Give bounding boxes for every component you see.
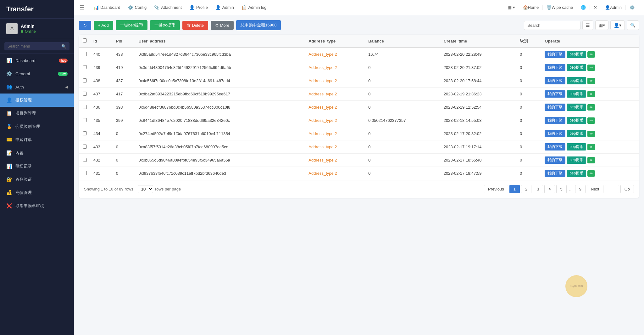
sidebar-item-access-mgmt[interactable]: 👤 授权管理: [0, 94, 74, 107]
row-checkbox[interactable]: [83, 105, 87, 109]
add-button[interactable]: + Add: [94, 21, 113, 30]
edit-button[interactable]: ✏: [587, 51, 595, 58]
go-input[interactable]: [605, 185, 619, 193]
per-page-select[interactable]: 10 25 50: [138, 185, 153, 193]
edit-button[interactable]: ✏: [587, 78, 595, 84]
bep-withdraw-button[interactable]: bep提币: [567, 170, 586, 177]
sidebar-item-auth[interactable]: 👥 Auth ◀: [0, 80, 74, 94]
bep-withdraw-button[interactable]: bep提币: [567, 130, 586, 137]
cell-user-address: 0x3dfdd48004754c825f4492291712566c994d6a…: [136, 61, 306, 74]
next-button[interactable]: Next: [587, 185, 603, 193]
my-downline-button[interactable]: 我的下级: [545, 77, 565, 84]
edit-button[interactable]: ✏: [587, 157, 595, 163]
sidebar-item-member-mgmt[interactable]: 🏅 会员级别管理: [0, 120, 74, 133]
edit-button[interactable]: ✏: [587, 91, 595, 97]
search-button[interactable]: 🔍: [627, 20, 639, 30]
my-downline-button[interactable]: 我的下级: [545, 117, 565, 124]
sidebar-item-records[interactable]: 📊 明细记录: [0, 160, 74, 173]
row-checkbox[interactable]: [83, 78, 87, 82]
my-downline-button[interactable]: 我的下级: [545, 64, 565, 71]
bep-withdraw-button[interactable]: bep提币: [567, 117, 586, 124]
row-checkbox[interactable]: [83, 92, 87, 96]
delete-button[interactable]: 🗑 Delete: [182, 21, 208, 30]
my-downline-button[interactable]: 我的下级: [545, 51, 565, 58]
sidebar-item-label: 会员级别管理: [15, 124, 40, 129]
search-input[interactable]: [524, 21, 580, 30]
edit-button[interactable]: ✏: [587, 170, 595, 177]
bep-button[interactable]: 一键bep提币: [116, 20, 148, 30]
select-all-checkbox[interactable]: [83, 38, 87, 43]
trc-button[interactable]: 一键trc提币: [150, 20, 180, 30]
edit-button[interactable]: ✏: [587, 131, 595, 137]
bep-withdraw-button[interactable]: bep提币: [567, 51, 586, 58]
previous-button[interactable]: Previous: [484, 185, 508, 193]
refresh-button[interactable]: ↻: [79, 21, 91, 30]
topnav-config[interactable]: ⚙️Config: [124, 0, 151, 15]
page-1-button[interactable]: 1: [509, 185, 520, 193]
bep-withdraw-button[interactable]: bep提币: [567, 77, 586, 84]
search-menu-input[interactable]: [4, 42, 69, 50]
topnav-admin-log[interactable]: 📋Admin log: [238, 0, 270, 15]
page-9-button[interactable]: 9: [575, 185, 586, 193]
my-downline-button[interactable]: 我的下级: [545, 156, 565, 164]
topnav-attachment[interactable]: 📎Attachment: [150, 0, 186, 15]
topnav-grid-menu[interactable]: ▦ ▾: [504, 5, 519, 10]
topnav-settings[interactable]: ⚙️: [625, 5, 638, 10]
topnav-lang[interactable]: 🌐: [577, 5, 590, 10]
cell-level: 0: [517, 127, 541, 140]
sidebar-item-cancel-orders[interactable]: ❌ 取消申购单审核: [0, 199, 74, 213]
edit-button[interactable]: ✏: [587, 144, 595, 150]
edit-button[interactable]: ✏: [587, 117, 595, 124]
user-filter-button[interactable]: 👤▾: [610, 20, 625, 30]
topnav-profile[interactable]: 👤Profile: [186, 0, 212, 15]
sidebar-item-content[interactable]: 📝 内容: [0, 146, 74, 160]
topnav-wipe-cache[interactable]: 🗑️ Wipe cache: [542, 5, 577, 10]
sidebar-item-project-mgmt[interactable]: 📋 项目列管理: [0, 107, 74, 120]
user-status: Online: [21, 29, 36, 34]
go-button[interactable]: Go: [620, 185, 634, 193]
bep-withdraw-button[interactable]: bep提币: [567, 64, 586, 71]
bep-withdraw-button[interactable]: bep提币: [567, 90, 586, 98]
row-checkbox[interactable]: [83, 145, 87, 149]
list-view-button[interactable]: ☰: [582, 20, 593, 30]
grid-view-button[interactable]: ▦▾: [595, 20, 608, 30]
sidebar-item-dashboard[interactable]: 📊 Dashboard hot: [0, 54, 74, 67]
bep-withdraw-button[interactable]: bep提币: [567, 143, 586, 150]
col-level: 级别: [517, 35, 541, 48]
sidebar-item-google-auth[interactable]: 🔐 谷歌验证: [0, 173, 74, 186]
topnav-admin-user[interactable]: 👤 Admin: [601, 5, 625, 10]
topnav-fullscreen[interactable]: ✕: [590, 5, 601, 10]
table-row: 433 0 0xa83f57f5314c26a38cb05f07b7fca680…: [79, 140, 639, 154]
page-2-button[interactable]: 2: [521, 185, 531, 193]
more-button[interactable]: ⚙ More: [211, 21, 234, 30]
edit-button[interactable]: ✏: [587, 65, 595, 71]
row-checkbox[interactable]: [83, 171, 87, 175]
row-checkbox[interactable]: [83, 65, 87, 69]
dashboard-icon: 📊: [6, 58, 12, 63]
my-downline-button[interactable]: 我的下级: [545, 130, 565, 137]
row-checkbox[interactable]: [83, 158, 87, 162]
page-4-button[interactable]: 4: [544, 185, 555, 193]
sidebar-item-general[interactable]: ⚙️ General new: [0, 67, 74, 80]
topnav-home[interactable]: 🏠 Home: [519, 5, 543, 10]
edit-button[interactable]: ✏: [587, 104, 595, 111]
my-downline-button[interactable]: 我的下级: [545, 143, 565, 150]
page-5-button[interactable]: 5: [556, 185, 567, 193]
topnav-admin[interactable]: 👤Admin: [212, 0, 238, 15]
my-downline-button[interactable]: 我的下级: [545, 90, 565, 98]
topnav-dashboard[interactable]: 📊Dashboard: [90, 0, 124, 15]
topnav-right: ▦ ▾ 🏠 Home 🗑️ Wipe cache 🌐 ✕ 👤 Admin ⚙️: [504, 5, 638, 10]
bep-withdraw-button[interactable]: bep提币: [567, 104, 586, 111]
bep-withdraw-button[interactable]: bep提币: [567, 156, 586, 164]
access-mgmt-icon: 👤: [6, 97, 12, 103]
my-downline-button[interactable]: 我的下级: [545, 170, 565, 177]
sidebar-item-orders[interactable]: 💳 申购订单: [0, 133, 74, 146]
topnav-toggle[interactable]: ☰: [80, 4, 85, 11]
total-button[interactable]: 总申购中金额16908: [236, 20, 281, 30]
row-checkbox[interactable]: [83, 52, 87, 56]
row-checkbox[interactable]: [83, 131, 87, 135]
page-3-button[interactable]: 3: [533, 185, 543, 193]
sidebar-item-recharge[interactable]: 💰 充值管理: [0, 186, 74, 199]
row-checkbox[interactable]: [83, 118, 87, 122]
my-downline-button[interactable]: 我的下级: [545, 104, 565, 111]
